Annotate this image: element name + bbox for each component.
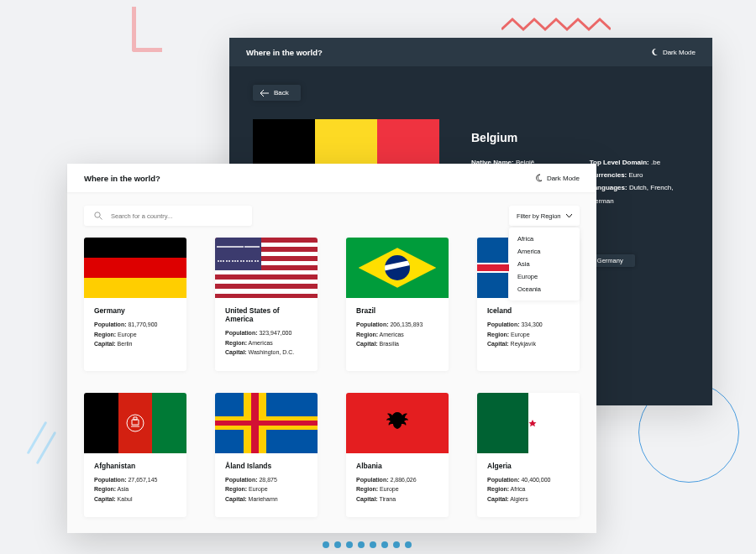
header-bar: Where in the world? Dark Mode xyxy=(229,38,712,66)
region-line: Region: Europe xyxy=(225,484,307,494)
region-line: Region: Europe xyxy=(487,330,570,340)
country-name: United States of America xyxy=(225,306,307,323)
country-name: Afghanistan xyxy=(94,462,176,470)
region-line: Region: Europe xyxy=(94,330,176,340)
population-line: Population: 206,135,893 xyxy=(356,320,438,330)
population-line: Population: 2,886,026 xyxy=(356,475,438,485)
region-line: Region: Americas xyxy=(356,330,438,340)
population-line: Population: 323,947,000 xyxy=(225,328,307,338)
decoration-zigzag xyxy=(501,16,611,34)
svg-line-1 xyxy=(100,217,102,220)
country-card[interactable]: United States of AmericaPopulation: 323,… xyxy=(215,238,318,371)
chevron-down-icon xyxy=(566,214,572,218)
search-input[interactable] xyxy=(111,212,242,220)
region-line: Region: Africa xyxy=(487,484,570,494)
flag-aland xyxy=(215,393,318,453)
population-line: Population: 27,657,145 xyxy=(94,475,176,485)
light-mode-list-window: Where in the world? Dark Mode Filter by … xyxy=(67,164,596,533)
region-option[interactable]: Asia xyxy=(509,258,580,270)
app-title: Where in the world? xyxy=(246,48,323,57)
region-option[interactable]: Europe xyxy=(509,270,580,283)
back-button[interactable]: Back xyxy=(253,85,301,101)
country-card[interactable]: BrazilPopulation: 206,135,893Region: Ame… xyxy=(346,238,449,371)
population-line: Population: 28,875 xyxy=(225,475,307,485)
region-option[interactable]: Oceania xyxy=(509,283,580,295)
flag-albania xyxy=(346,393,449,453)
svg-point-0 xyxy=(95,212,100,217)
population-line: Population: 334,300 xyxy=(487,320,570,330)
country-card[interactable]: Åland IslandsPopulation: 28,875Region: E… xyxy=(215,393,318,518)
country-name: Albania xyxy=(356,462,438,470)
country-card[interactable]: AlbaniaPopulation: 2,886,026Region: Euro… xyxy=(346,393,449,518)
flag-usa xyxy=(215,238,318,298)
decoration-l xyxy=(132,7,162,52)
country-name: Algeria xyxy=(487,462,570,470)
region-filter-menu: Africa America Asia Europe Oceania xyxy=(509,227,580,301)
country-name: Brazil xyxy=(356,306,438,315)
country-card[interactable]: AlgeriaPopulation: 40,400,000Region: Afr… xyxy=(477,393,580,518)
country-card[interactable]: GermanyPopulation: 81,770,900Region: Eur… xyxy=(84,238,186,371)
population-line: Population: 40,400,000 xyxy=(487,475,570,485)
capital-line: Capital: Mariehamn xyxy=(225,494,307,504)
arrow-left-icon xyxy=(260,90,269,97)
country-name: Åland Islands xyxy=(225,462,307,470)
detail-col-right: Top Level Domain: .be Currencies: Euro L… xyxy=(590,156,689,233)
capital-line: Capital: Algiers xyxy=(487,494,570,504)
search-box[interactable] xyxy=(84,206,252,226)
flag-brazil xyxy=(346,238,449,298)
back-label: Back xyxy=(274,89,289,97)
region-filter-dropdown[interactable]: Filter by Region xyxy=(509,206,580,226)
region-line: Region: Americas xyxy=(225,338,307,348)
country-name: Belgium xyxy=(471,131,689,144)
dark-mode-toggle[interactable]: Dark Mode xyxy=(650,48,696,56)
app-title: Where in the world? xyxy=(84,174,160,183)
country-card[interactable]: AfghanistanPopulation: 27,657,145Region:… xyxy=(84,393,186,518)
region-line: Region: Asia xyxy=(94,484,176,494)
region-line: Region: Europe xyxy=(356,484,438,494)
capital-line: Capital: Tirana xyxy=(356,494,438,504)
capital-line: Capital: Kabul xyxy=(94,494,176,504)
capital-line: Capital: Berlin xyxy=(94,339,176,349)
capital-line: Capital: Brasília xyxy=(356,339,438,349)
region-option[interactable]: America xyxy=(509,245,580,258)
flag-germany xyxy=(84,238,186,298)
flag-algeria xyxy=(477,393,580,453)
dark-mode-toggle[interactable]: Dark Mode xyxy=(534,174,580,182)
moon-icon xyxy=(650,48,659,56)
flag-afghan xyxy=(84,393,186,453)
moon-icon xyxy=(534,174,543,182)
region-option[interactable]: Africa xyxy=(509,233,580,245)
dark-mode-label: Dark Mode xyxy=(663,49,696,56)
capital-line: Capital: Washington, D.C. xyxy=(225,348,307,358)
country-name: Iceland xyxy=(487,306,570,315)
search-icon xyxy=(94,212,102,220)
header-bar: Where in the world? Dark Mode xyxy=(67,164,596,192)
population-line: Population: 81,770,900 xyxy=(94,320,176,330)
dark-mode-label: Dark Mode xyxy=(547,175,580,182)
filter-label: Filter by Region xyxy=(517,212,561,220)
country-name: Germany xyxy=(94,306,176,315)
capital-line: Capital: Reykjavík xyxy=(487,339,570,349)
